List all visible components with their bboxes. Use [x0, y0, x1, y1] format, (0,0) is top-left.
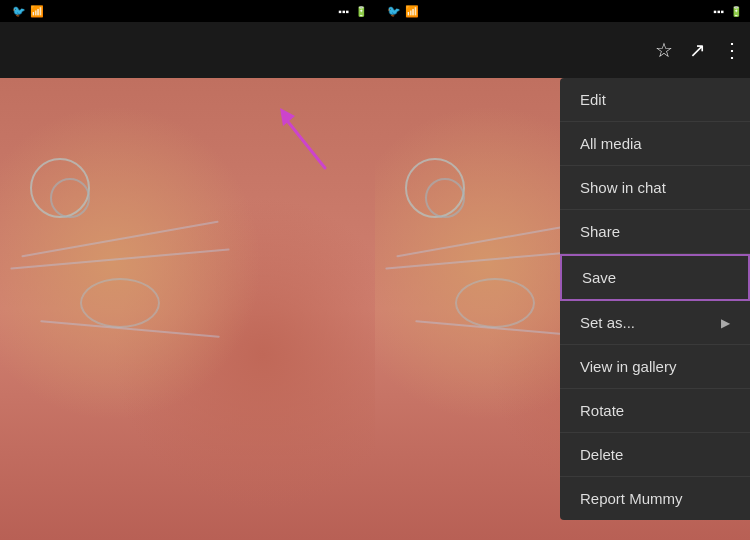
jewelry-item-3 — [80, 278, 160, 328]
status-bar-left: 🐦 📶 ▪▪▪ 🔋 — [0, 0, 375, 22]
status-time-right: 🐦 📶 — [383, 5, 419, 18]
menu-label-show-in-chat: Show in chat — [580, 179, 666, 196]
menu-item-save[interactable]: Save — [560, 254, 750, 301]
signal-icon-right: ▪▪▪ — [713, 6, 724, 17]
menu-label-view-in-gallery: View in gallery — [580, 358, 676, 375]
photo-area-left — [0, 78, 375, 540]
battery-icon-left: 🔋 — [355, 6, 367, 17]
menu-label-delete: Delete — [580, 446, 623, 463]
menu-item-all-media[interactable]: All media — [560, 122, 750, 166]
more-options-icon-right[interactable]: ⋮ — [722, 38, 742, 62]
menu-arrow-set-as: ▶ — [721, 316, 730, 330]
twitter-icon-right: 🐦 — [387, 5, 401, 18]
menu-item-delete[interactable]: Delete — [560, 433, 750, 477]
left-phone-panel: 🐦 📶 ▪▪▪ 🔋 — [0, 0, 375, 540]
menu-item-rotate[interactable]: Rotate — [560, 389, 750, 433]
star-icon-right[interactable]: ☆ — [655, 38, 673, 62]
menu-item-set-as[interactable]: Set as...▶ — [560, 301, 750, 345]
menu-label-save: Save — [582, 269, 616, 286]
status-time-left: 🐦 📶 — [8, 5, 44, 18]
menu-label-edit: Edit — [580, 91, 606, 108]
share-icon-right[interactable]: ↗ — [689, 38, 706, 62]
battery-icon-right: 🔋 — [730, 6, 742, 17]
menu-item-edit[interactable]: Edit — [560, 78, 750, 122]
menu-label-all-media: All media — [580, 135, 642, 152]
menu-label-set-as: Set as... — [580, 314, 635, 331]
photo-background-left — [0, 78, 375, 540]
menu-item-report-mummy[interactable]: Report Mummy — [560, 477, 750, 520]
status-bar-right: 🐦 📶 ▪▪▪ 🔋 — [375, 0, 750, 22]
header-right: ☆ ↗ ⋮ — [375, 22, 750, 78]
menu-item-view-in-gallery[interactable]: View in gallery — [560, 345, 750, 389]
wifi-icon-right: 📶 — [405, 5, 419, 18]
jewelry-item-r3 — [455, 278, 535, 328]
menu-item-show-in-chat[interactable]: Show in chat — [560, 166, 750, 210]
jewelry-item-r2 — [425, 178, 465, 218]
menu-label-report-mummy: Report Mummy — [580, 490, 683, 507]
wifi-icon: 📶 — [30, 5, 44, 18]
menu-item-share[interactable]: Share — [560, 210, 750, 254]
header-left — [0, 22, 375, 78]
status-right-right: ▪▪▪ 🔋 — [713, 6, 742, 17]
twitter-icon: 🐦 — [12, 5, 26, 18]
jewelry-item-2 — [50, 178, 90, 218]
right-phone-panel: 🐦 📶 ▪▪▪ 🔋 ☆ ↗ ⋮ EditAll medi — [375, 0, 750, 540]
header-actions-right: ☆ ↗ ⋮ — [655, 38, 742, 62]
menu-label-rotate: Rotate — [580, 402, 624, 419]
status-right-left: ▪▪▪ 🔋 — [338, 6, 367, 17]
signal-icon: ▪▪▪ — [338, 6, 349, 17]
menu-label-share: Share — [580, 223, 620, 240]
context-menu: EditAll mediaShow in chatShareSaveSet as… — [560, 78, 750, 520]
